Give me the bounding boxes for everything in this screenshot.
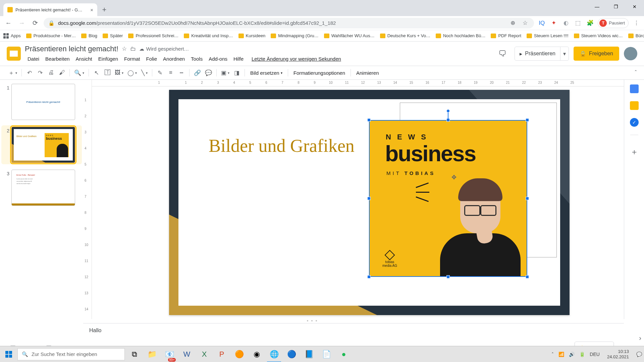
resize-handle-s[interactable] [446, 275, 450, 279]
slide-stage[interactable]: Bilder und Grafiken NEWS business MIT TO… [169, 90, 570, 315]
new-slide-button[interactable]: ＋▾ [7, 68, 19, 78]
bookmark-item[interactable]: Steuern Lesen !!!! [527, 33, 569, 38]
browser-tab[interactable]: Präsentieren leicht gemacht! - G… × [3, 3, 97, 16]
zoom-button[interactable]: 🔍▾ [72, 68, 86, 78]
image-tool[interactable]: 🖼▾ [113, 68, 125, 78]
animate-button[interactable]: Animieren [354, 68, 382, 78]
apps-shortcut[interactable]: Apps [3, 33, 21, 39]
menu-help[interactable]: Hilfe [231, 55, 246, 63]
move-icon[interactable]: 🗀 [130, 46, 136, 52]
bookmark-item[interactable]: Steuern Videos wic… [574, 33, 623, 38]
language-indicator[interactable]: DEU [590, 352, 600, 357]
bookmark-item[interactable]: Mindmapping (Gru… [271, 33, 319, 38]
present-button[interactable]: ▸Präsentieren ▾ [515, 47, 569, 61]
menu-view[interactable]: Ansicht [73, 55, 95, 63]
collapse-toolbar-icon[interactable]: ˆ [635, 70, 637, 76]
menu-tools[interactable]: Tools [188, 55, 205, 63]
word-icon[interactable]: W [178, 346, 195, 362]
side-panel-toggle-icon[interactable]: › [639, 334, 641, 342]
border-dash-button[interactable]: ┅ [176, 68, 186, 78]
undo-button[interactable]: ↶ [24, 68, 35, 78]
volume-icon[interactable]: 🔊 [569, 352, 575, 357]
doc-title[interactable]: Präsentieren leicht gemacht! [25, 45, 118, 53]
start-button[interactable] [0, 346, 17, 362]
bookmark-item[interactable]: Deutsche Kurs + Vo… [380, 33, 430, 38]
maximize-button[interactable]: ❐ [606, 0, 625, 13]
bookmark-item[interactable]: Noch hochladen Bü… [436, 33, 485, 38]
border-weight-button[interactable]: ≡ [166, 68, 176, 78]
bookmark-item[interactable]: Wahlfächer WU Aus… [324, 33, 375, 38]
add-addon-icon[interactable]: ＋ [630, 146, 638, 157]
resize-handle-sw[interactable] [367, 275, 371, 279]
forward-button[interactable]: → [17, 18, 27, 28]
keep-icon[interactable] [630, 101, 639, 110]
bookmark-item[interactable]: Kreativität und Insp… [184, 33, 233, 38]
border-color-button[interactable]: ✎ [155, 68, 165, 78]
bookmark-item[interactable]: Blog [81, 33, 97, 38]
menu-edit[interactable]: Bearbeiten [43, 55, 72, 63]
notepad-icon[interactable]: 📄 [318, 346, 335, 362]
kebab-menu-icon[interactable]: ⋮ [632, 19, 641, 27]
explorer-icon[interactable]: 📁 [144, 346, 160, 362]
url-bar[interactable]: 🔒 docs.google.com/presentation/d/1yV372S… [44, 18, 534, 28]
clock[interactable]: 10:1324.02.2021 [604, 349, 632, 359]
close-tab-icon[interactable]: × [90, 7, 93, 13]
extensions-puzzle-icon[interactable]: 🧩 [586, 19, 594, 27]
notifications-icon[interactable]: 💬 [636, 352, 642, 357]
menu-slide[interactable]: Folie [144, 55, 160, 63]
link-button[interactable]: 🔗 [192, 68, 203, 78]
paint-format-button[interactable]: 🖌 [57, 68, 67, 78]
redo-button[interactable]: ↷ [35, 68, 45, 78]
wifi-icon[interactable]: 📶 [558, 352, 564, 357]
textbox-tool[interactable]: 🅃 [102, 68, 112, 78]
format-options-button[interactable]: Formatierungsoptionen [291, 68, 348, 78]
share-button[interactable]: 🔒Freigeben [574, 47, 619, 61]
zoom-icon[interactable]: ⊕ [508, 19, 517, 27]
task-view-icon[interactable]: ⧉ [126, 346, 143, 362]
crop-button[interactable]: ▣▾ [219, 68, 231, 78]
mask-button[interactable]: ◨ [232, 68, 242, 78]
bookmark-item[interactable]: Professionell Schrei… [128, 33, 178, 38]
rotate-handle[interactable] [446, 109, 450, 113]
menu-format[interactable]: Format [121, 55, 143, 63]
bookmark-star-icon[interactable]: ☆ [521, 19, 529, 27]
menu-file[interactable]: Datei [25, 55, 42, 63]
canvas[interactable]: 11 23 45 67 89 1011 1213 1415 1617 1819 … [92, 80, 624, 319]
notes-resize-handle[interactable] [0, 318, 624, 323]
replace-image-button[interactable]: Bild ersetzen▾ [248, 68, 285, 78]
present-dropdown[interactable]: ▾ [560, 51, 569, 57]
menu-arrange[interactable]: Anordnen [160, 55, 187, 63]
bookmark-item[interactable]: Kursideen [238, 33, 266, 38]
resize-handle-ne[interactable] [526, 118, 529, 122]
edge-icon[interactable]: 🔵 [283, 346, 300, 362]
selected-image[interactable]: NEWS business MIT TOBIAS tobias media AG [369, 120, 527, 277]
comments-icon[interactable]: 🗨 [495, 46, 510, 61]
obs-icon[interactable]: ◉ [248, 346, 265, 362]
new-tab-button[interactable]: + [99, 5, 109, 15]
menu-insert[interactable]: Einfügen [96, 55, 121, 63]
extension-icon-3[interactable]: ◐ [561, 19, 570, 27]
tray-chevron-icon[interactable]: ˄ [551, 352, 554, 357]
extension-icon-4[interactable]: ⬚ [574, 19, 582, 27]
line-tool[interactable]: ╲▾ [139, 68, 149, 78]
extension-icon-1[interactable]: IQ [537, 19, 546, 27]
app-icon-1[interactable]: 🟠 [231, 346, 248, 362]
star-icon[interactable]: ☆ [122, 45, 127, 52]
bookmark-item[interactable]: Produktsuche - Mer… [26, 33, 76, 38]
account-avatar[interactable] [624, 47, 637, 60]
resize-handle-w[interactable] [367, 197, 371, 200]
resize-handle-se[interactable] [526, 275, 529, 279]
speaker-notes[interactable]: Hallo [83, 323, 624, 343]
profile-chip[interactable]: T Pausiert [598, 18, 629, 28]
calendar-icon[interactable] [630, 84, 639, 93]
last-edit-link[interactable]: Letzte Änderung vor wenigen Sekunden [249, 55, 344, 63]
print-button[interactable]: 🖨 [46, 68, 56, 78]
bookmark-item[interactable]: Büro [628, 33, 644, 38]
filmstrip[interactable]: 1 Präsentieren leicht gemacht! 2 Bilder … [0, 80, 83, 319]
extension-icon-2[interactable]: ✦ [549, 19, 558, 27]
menu-addons[interactable]: Add-ons [206, 55, 230, 63]
select-tool[interactable]: ↖ [92, 68, 102, 78]
app-icon-2[interactable]: 📘 [301, 346, 317, 362]
excel-icon[interactable]: X [196, 346, 213, 362]
close-window-button[interactable]: ✕ [625, 0, 644, 13]
